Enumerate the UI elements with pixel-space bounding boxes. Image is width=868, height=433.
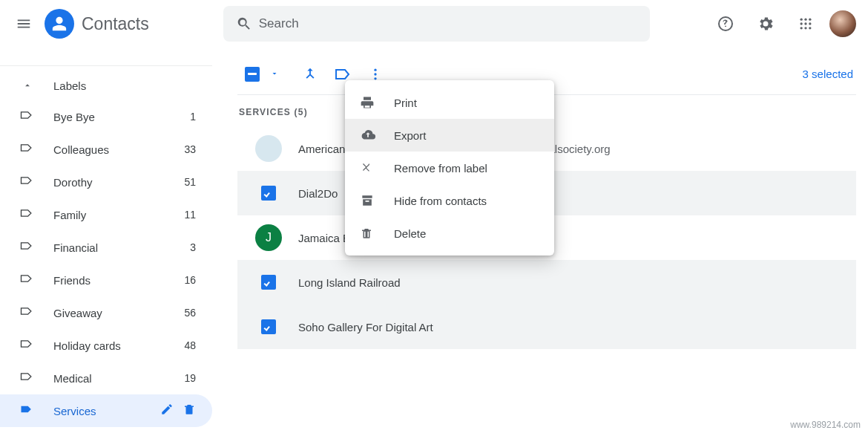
sidebar-item-count: 3 [190,241,196,253]
print-icon [360,95,381,110]
sidebar-item-label: Holiday cards [53,339,184,352]
sidebar-item-label: Medical [53,372,184,385]
label-icon [19,206,36,224]
sidebar-item-label: Dorothy [53,176,184,189]
menu-item-export[interactable]: Export [345,119,554,152]
select-dropdown-caret[interactable] [270,68,279,81]
chevron-up-icon [19,80,36,91]
label-icon [19,140,36,158]
sidebar-item-count: 56 [184,307,196,319]
sidebar: Labels Bye Bye1Colleagues33Dorothy51Fami… [0,48,212,433]
brand-title: Contacts [82,14,149,34]
search-bar[interactable] [223,6,650,42]
sidebar-item-count: 48 [184,339,196,351]
checkbox-checked-icon [261,319,276,334]
contact-avatar[interactable]: J [254,223,283,253]
svg-point-10 [374,73,376,75]
sidebar-item-medical[interactable]: Medical19 [0,362,212,394]
label-icon [19,304,36,322]
menu-item-hide-from-contacts[interactable]: Hide from contacts [345,184,554,217]
pencil-icon [160,403,174,416]
label-icon [19,173,36,191]
sidebar-item-giveaway[interactable]: Giveaway56 [0,296,212,329]
menu-item-label: Remove from label [394,162,487,175]
menu-item-label: Hide from contacts [394,195,487,207]
sidebar-item-count: 19 [184,372,196,384]
sidebar-item-colleagues[interactable]: Colleagues33 [0,133,212,166]
export-icon [360,127,381,143]
menu-item-delete[interactable]: Delete [345,217,554,250]
sidebar-item-holiday-cards[interactable]: Holiday cards48 [0,329,212,362]
svg-point-9 [374,68,376,71]
search-icon [229,9,259,39]
contact-name: Soho Gallery For Digital Art [298,321,536,333]
svg-point-4 [804,22,806,25]
menu-item-print[interactable]: Print [345,86,554,119]
brand: Contacts [45,9,149,39]
svg-point-7 [804,27,806,29]
menu-item-remove-from-label[interactable]: Remove from label [345,152,554,184]
settings-button[interactable] [749,7,782,40]
merge-icon [302,66,318,82]
svg-point-11 [374,77,376,79]
menu-button[interactable] [6,6,42,42]
select-checkbox-indeterminate-icon [245,67,260,82]
contact-avatar[interactable] [254,134,283,163]
label-icon [19,402,36,420]
sidebar-item-label: Friends [53,274,184,287]
label-icon [19,271,36,289]
checkbox-checked-icon [261,275,276,290]
help-button[interactable] [709,7,742,40]
watermark: www.989214.com [790,420,861,430]
menu-item-label: Export [394,129,426,142]
sidebar-item-friends[interactable]: Friends16 [0,264,212,296]
row-checkbox[interactable] [254,312,283,342]
search-input[interactable] [259,16,644,31]
apps-grid-icon [798,16,813,31]
sidebar-item-dorothy[interactable]: Dorothy51 [0,166,212,198]
trash-icon [183,403,196,416]
svg-point-8 [809,27,811,29]
delete-label-button[interactable] [183,403,196,419]
label-icon [19,108,36,126]
menu-item-label: Delete [394,227,426,240]
sidebar-item-label: Colleagues [53,143,184,156]
content-area: 3 selected SERVICES (5) American Littoto… [212,48,868,433]
menu-item-label: Print [394,97,417,109]
sidebar-item-count: 11 [184,209,196,221]
labels-section-toggle[interactable]: Labels [0,71,212,100]
sidebar-item-label: Family [53,209,184,221]
sidebar-item-family[interactable]: Family11 [0,198,212,231]
svg-point-1 [804,19,806,21]
contact-name: Long Island Railroad [298,276,536,289]
sidebar-item-financial[interactable]: Financial3 [0,231,212,264]
contact-row[interactable]: Long Island Railroad [237,260,856,305]
sidebar-item-count: 33 [184,143,196,155]
sidebar-item-count: 51 [184,176,196,188]
avatar-circle [255,135,282,162]
merge-button[interactable] [294,58,326,91]
selection-count: 3 selected [803,68,856,80]
edit-label-button[interactable] [160,403,174,419]
sidebar-item-actions [160,403,196,419]
sidebar-item-services[interactable]: Services [0,394,212,427]
account-avatar[interactable] [829,10,856,37]
archive-icon [360,193,381,208]
checkbox-checked-icon [261,186,276,201]
sidebar-item-bye-bye[interactable]: Bye Bye1 [0,100,212,133]
row-checkbox[interactable] [254,178,283,208]
select-dropdown[interactable] [237,59,267,89]
sidebar-item-label: Giveaway [53,307,184,319]
svg-point-2 [809,19,811,21]
contacts-app-icon [45,9,74,39]
label-icon [19,238,36,256]
svg-point-5 [809,22,811,25]
sidebar-item-label: Financial [53,241,190,254]
contact-row[interactable]: Soho Gallery For Digital Art [237,305,856,349]
svg-point-0 [800,19,803,21]
row-checkbox[interactable] [254,267,283,297]
svg-point-6 [800,27,803,29]
apps-button[interactable] [789,7,822,40]
trash-icon [360,227,381,240]
sidebar-item-count: 16 [184,274,196,286]
